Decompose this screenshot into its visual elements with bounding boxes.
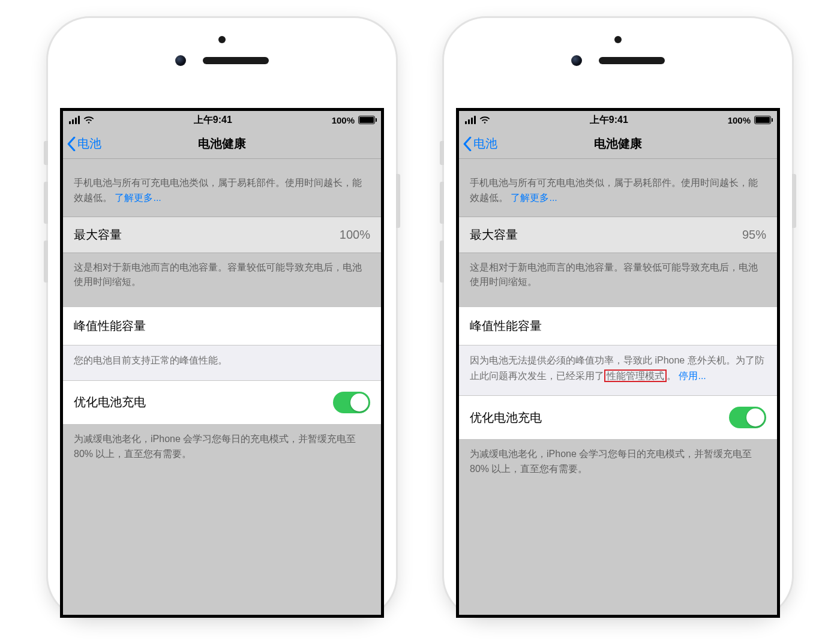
optimized-charging-toggle[interactable] — [333, 392, 370, 413]
earpiece-speaker — [203, 57, 269, 64]
battery-percent: 100% — [332, 115, 355, 125]
phone-frame-left: 上午9:41 100% 电池 电池健康 手机电池与所有可充电电池类似，属于易耗部… — [48, 18, 396, 618]
phone-frame-right: 上午9:41 100% 电池 电池健康 手机电池与所有可充电电池类似，属于易耗部… — [444, 18, 792, 618]
optimized-charging-footer: 为减缓电池老化，iPhone 会学习您每日的充电模式，并暂缓充电至 80% 以上… — [459, 440, 777, 494]
max-capacity-row: 最大容量 100% — [63, 217, 381, 253]
battery-icon — [358, 116, 375, 124]
nav-bar: 电池 电池健康 — [63, 129, 381, 159]
peak-performance-row: 峰值性能容量 — [63, 307, 381, 345]
status-time: 上午9:41 — [94, 114, 332, 127]
side-buttons-left — [44, 141, 48, 283]
wifi-icon — [479, 116, 490, 124]
nav-title: 电池健康 — [63, 136, 381, 152]
front-camera — [175, 55, 186, 66]
max-capacity-label: 最大容量 — [470, 227, 518, 243]
side-button-right — [396, 174, 400, 228]
back-button[interactable]: 电池 — [459, 136, 497, 152]
max-capacity-value: 95% — [742, 228, 766, 242]
proximity-sensor — [218, 36, 226, 43]
intro-text: 手机电池与所有可充电电池类似，属于易耗部件。使用时间越长，能效越低。 了解更多.… — [63, 159, 381, 217]
peak-performance-footer: 您的电池目前支持正常的峰值性能。 — [63, 345, 381, 380]
disable-link[interactable]: 停用... — [679, 371, 706, 381]
nav-title: 电池健康 — [459, 136, 777, 152]
peak-performance-label: 峰值性能容量 — [74, 318, 146, 334]
sensor-bar — [175, 55, 269, 66]
proximity-sensor — [614, 36, 622, 43]
max-capacity-label: 最大容量 — [74, 227, 122, 243]
optimized-charging-footer: 为减缓电池老化，iPhone 会学习您每日的充电模式，并暂缓充电至 80% 以上… — [63, 425, 381, 479]
optimized-charging-label: 优化电池充电 — [470, 410, 542, 426]
max-capacity-footer: 这是相对于新电池而言的电池容量。容量较低可能导致充电后，电池使用时间缩短。 — [459, 253, 777, 307]
status-bar: 上午9:41 100% — [63, 111, 381, 129]
front-camera — [571, 55, 582, 66]
screen: 上午9:41 100% 电池 电池健康 手机电池与所有可充电电池类似，属于易耗部… — [456, 108, 780, 618]
optimized-charging-row: 优化电池充电 — [63, 380, 381, 425]
signal-icon — [465, 116, 476, 124]
status-time: 上午9:41 — [490, 114, 728, 127]
learn-more-link[interactable]: 了解更多... — [115, 193, 161, 203]
max-capacity-footer: 这是相对于新电池而言的电池容量。容量较低可能导致充电后，电池使用时间缩短。 — [63, 253, 381, 307]
back-button[interactable]: 电池 — [63, 136, 101, 152]
learn-more-link[interactable]: 了解更多... — [511, 193, 557, 203]
side-button-right — [792, 174, 796, 228]
sensor-bar — [571, 55, 665, 66]
side-buttons-left — [440, 141, 444, 283]
nav-bar: 电池 电池健康 — [459, 129, 777, 159]
peak-performance-row: 峰值性能容量 — [459, 307, 777, 345]
intro-text: 手机电池与所有可充电电池类似，属于易耗部件。使用时间越长，能效越低。 了解更多.… — [459, 159, 777, 217]
status-bar: 上午9:41 100% — [459, 111, 777, 129]
performance-management-highlight: 性能管理模式 — [604, 369, 667, 382]
earpiece-speaker — [599, 57, 665, 64]
back-label: 电池 — [473, 136, 497, 152]
battery-percent: 100% — [728, 115, 751, 125]
peak-performance-footer: 因为电池无法提供必须的峰值功率，导致此 iPhone 意外关机。为了防止此问题再… — [459, 345, 777, 395]
signal-icon — [69, 116, 80, 124]
wifi-icon — [83, 116, 94, 124]
back-label: 电池 — [77, 136, 101, 152]
peak-performance-label: 峰值性能容量 — [470, 318, 542, 334]
chevron-left-icon — [463, 137, 472, 151]
optimized-charging-label: 优化电池充电 — [74, 394, 146, 410]
max-capacity-value: 100% — [340, 228, 370, 242]
screen: 上午9:41 100% 电池 电池健康 手机电池与所有可充电电池类似，属于易耗部… — [60, 108, 384, 618]
optimized-charging-row: 优化电池充电 — [459, 395, 777, 440]
battery-icon — [754, 116, 771, 124]
chevron-left-icon — [67, 137, 76, 151]
max-capacity-row: 最大容量 95% — [459, 217, 777, 253]
optimized-charging-toggle[interactable] — [729, 407, 766, 428]
